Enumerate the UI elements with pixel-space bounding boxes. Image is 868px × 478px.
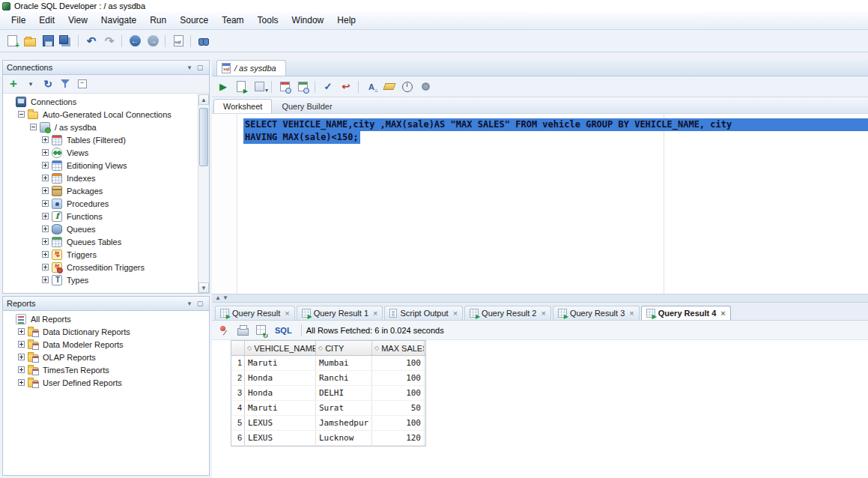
panel-restore-icon[interactable] [195,298,205,309]
tree-expander-icon[interactable] [18,379,25,386]
tree-item[interactable]: User Defined Reports [3,376,209,389]
tree-item[interactable]: Queues Tables [3,235,209,248]
cell-city[interactable]: Ranchi [316,371,372,385]
sql-link[interactable]: SQL [275,326,292,335]
redo-icon[interactable] [101,33,118,49]
grid-row[interactable]: 6 LEXUS Lucknow 120 [231,431,425,446]
undo-icon[interactable] [83,33,100,49]
reports-panel-header[interactable]: Reports [3,297,209,311]
close-icon[interactable] [371,309,377,317]
connections-scrollbar[interactable]: ▲ ▼ [198,94,209,293]
tree-expander-icon[interactable] [42,136,49,143]
editor-subtab[interactable]: Query Builder [272,99,342,113]
sql-editor[interactable]: SELECT VEHICLE_NAME,city ,MAX(sale)AS "M… [212,114,868,294]
new-file-icon[interactable] [4,33,20,49]
tree-expander-icon[interactable] [18,111,25,118]
refresh-grid-icon[interactable] [252,322,269,339]
sort-icon[interactable] [318,345,323,351]
open-folder-icon[interactable] [22,33,38,49]
result-tab[interactable]: Query Result 3 [553,306,640,320]
splitter-down-icon[interactable]: ▼ [222,294,228,302]
tree-expander-icon[interactable] [18,366,25,373]
worksheet-menu-icon[interactable] [251,79,267,95]
tree-expander-icon[interactable] [42,251,49,258]
scroll-up-icon[interactable]: ▲ [198,94,209,105]
horizontal-splitter[interactable]: ▲ ▼ [212,294,868,303]
pin-icon[interactable] [216,322,233,339]
panel-menu-icon[interactable] [184,298,195,309]
search-icon[interactable] [195,33,212,49]
save-all-icon[interactable] [58,33,74,49]
tree-expander-icon[interactable] [42,149,49,156]
print-icon[interactable] [234,322,251,339]
clear-icon[interactable] [381,79,398,95]
tree-item[interactable]: Queues [3,223,209,235]
menu-item[interactable]: Source [173,12,215,29]
tree-expander-icon[interactable] [42,187,49,194]
cell-max-sales[interactable]: 100 [372,356,425,370]
result-tab[interactable]: Query Result 2 [464,306,551,320]
tree-expander-icon[interactable] [42,175,49,181]
cell-city[interactable]: Jamshedpur [316,416,372,430]
tree-expander-icon[interactable] [18,328,25,335]
tree-item[interactable]: Data Dictionary Reports [3,325,209,338]
tree-expander-icon[interactable] [42,162,49,169]
tree-item[interactable]: Indexes [3,172,209,184]
settings-icon[interactable] [417,79,434,95]
grid-column-header[interactable]: MAX SALES [372,341,425,355]
close-icon[interactable] [628,309,634,317]
menu-item[interactable]: Help [330,12,362,29]
tree-item[interactable]: Data Modeler Reports [3,338,209,351]
connection-menu-icon[interactable] [22,76,39,92]
forward-icon[interactable] [145,33,161,49]
tree-item[interactable]: Editioning Views [3,159,209,172]
sql-line-1[interactable]: SELECT VEHICLE_NAME,city ,MAX(sale)AS "M… [243,118,868,131]
cell-vehicle-name[interactable]: LEXUS [245,431,316,445]
cell-vehicle-name[interactable]: LEXUS [245,416,316,430]
tree-expander-icon[interactable] [42,200,49,207]
menu-item[interactable]: View [61,12,94,29]
close-icon[interactable] [283,309,289,317]
grid-row[interactable]: 2 Honda Ranchi 100 [231,371,425,386]
cell-vehicle-name[interactable]: Maruti [245,401,316,415]
tree-item[interactable]: Crossedition Triggers [3,261,209,273]
cell-max-sales[interactable]: 120 [372,431,425,445]
panel-menu-icon[interactable] [184,62,195,73]
cell-max-sales[interactable]: 100 [372,416,425,430]
close-icon[interactable] [452,309,458,317]
run-script-icon[interactable] [233,79,249,95]
menu-item[interactable]: Run [143,12,173,29]
tree-item[interactable]: Procedures [3,197,209,210]
cell-city[interactable]: Lucknow [316,431,372,445]
tree-item[interactable]: Triggers [3,248,209,261]
rollback-icon[interactable] [338,79,354,95]
result-tab[interactable]: Script Output [384,306,463,320]
result-tab[interactable]: Query Result [215,306,295,320]
tree-item[interactable]: TimesTen Reports [3,363,209,376]
cell-max-sales[interactable]: 100 [372,371,425,385]
collapse-all-icon[interactable] [74,76,91,92]
tree-item[interactable]: OLAP Reports [3,351,209,363]
close-icon[interactable] [539,309,545,317]
cell-vehicle-name[interactable]: Honda [245,371,316,385]
autotrace-icon[interactable] [294,79,311,95]
explain-plan-icon[interactable] [276,79,293,95]
menu-item[interactable]: Edit [32,12,61,29]
cell-vehicle-name[interactable]: Maruti [245,356,316,370]
result-tab[interactable]: Query Result 4 [641,306,731,320]
tree-item[interactable]: Types [3,273,209,286]
cell-max-sales[interactable]: 100 [372,386,425,400]
sql-code[interactable]: SELECT VEHICLE_NAME,city ,MAX(sale)AS "M… [243,118,868,144]
tree-item[interactable]: Auto-Generated Local Connections [3,108,209,121]
tree-item[interactable]: / as sysdba [3,121,209,133]
scroll-down-icon[interactable]: ▼ [198,282,209,293]
sql-history-icon[interactable] [399,79,416,95]
sort-icon[interactable] [247,345,252,351]
new-worksheet-icon[interactable] [170,33,186,49]
filter-icon[interactable] [57,76,73,92]
tree-expander-icon[interactable] [42,264,49,270]
tree-item[interactable]: Functions [3,210,209,223]
tree-expander-icon[interactable] [42,276,49,283]
back-icon[interactable] [127,33,143,49]
menu-item[interactable]: Navigate [94,12,143,29]
